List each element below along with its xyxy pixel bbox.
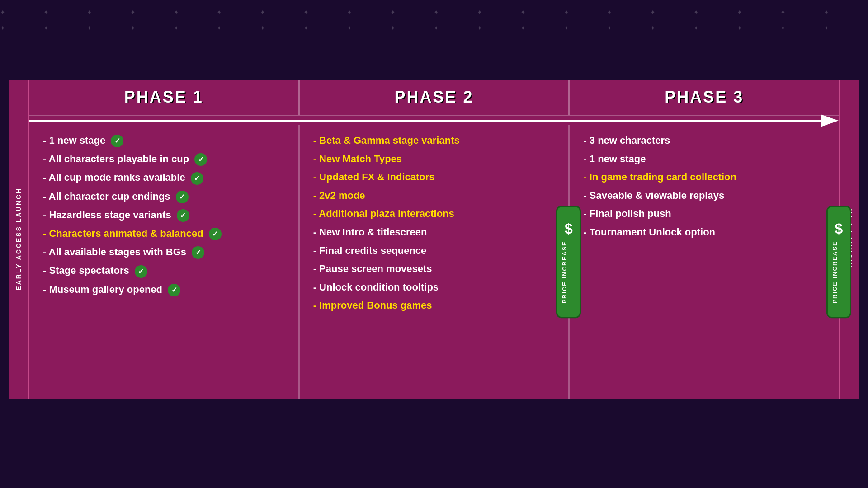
phase2-header: PHASE 2 <box>300 80 570 115</box>
phase1-header: PHASE 1 <box>29 80 300 115</box>
phase2-item-2: - New Match Types <box>313 153 555 166</box>
phase3-col: - 3 new characters - 1 new stage - In ga… <box>570 125 839 399</box>
phase3-item-4: - Saveable & viewable replays <box>583 189 825 202</box>
phase2-item-9: - Unlock condition tooltips <box>313 281 555 294</box>
check-icon: ✓ <box>194 153 207 166</box>
check-icon: ✓ <box>135 265 147 278</box>
phase3-item-6: - Tournament Unlock option <box>583 226 825 239</box>
phase1-item-6: - Characters animated & balanced ✓ <box>43 227 285 240</box>
price-text-2: Price Increase <box>831 241 838 304</box>
phase2-item-1: - Beta & Gamma stage variants <box>313 134 555 147</box>
phase1-item-2: - All characters playable in cup ✓ <box>43 153 285 166</box>
check-icon: ✓ <box>168 284 180 296</box>
phase3-item-1: - 3 new characters <box>583 134 825 147</box>
check-icon: ✓ <box>111 135 123 147</box>
phase1-item-5: - Hazardless stage variants ✓ <box>43 209 285 222</box>
price-dollar-2: $ <box>831 221 846 237</box>
left-sidebar-text: EARLY ACCESS LAUNCH <box>15 188 22 291</box>
phase1-item-1: - 1 new stage ✓ <box>43 134 285 147</box>
phase1-item-7: - All available stages with BGs ✓ <box>43 246 285 259</box>
check-icon: ✓ <box>176 191 189 203</box>
phase2-item-6: - New Intro & titlescreen <box>313 226 555 239</box>
arrow-line <box>29 120 821 122</box>
phase3-item-5: - Final polish push <box>583 207 825 221</box>
price-dollar-1: $ <box>561 221 576 237</box>
check-icon: ✓ <box>209 228 222 240</box>
phase1-col: - 1 new stage ✓ - All characters playabl… <box>29 125 300 399</box>
phase1-item-8: - Stage spectators ✓ <box>43 264 285 277</box>
price-increase-1: $ Price Increase <box>556 206 581 319</box>
phase1-item-9: - Museum gallery opened ✓ <box>43 283 285 296</box>
phase2-col: - Beta & Gamma stage variants - New Matc… <box>300 125 570 399</box>
price-increase-2: $ Price Increase <box>826 206 851 319</box>
phase2-item-4: - 2v2 mode <box>313 189 555 202</box>
phase2-item-7: - Final credits sequence <box>313 244 555 258</box>
phase2-item-10: - Improved Bonus games <box>313 299 555 312</box>
phase1-item-3: - All cup mode ranks available ✓ <box>43 171 285 184</box>
price-text-1: Price Increase <box>561 241 568 304</box>
phase-headers: PHASE 1 PHASE 2 PHASE 3 <box>29 80 839 116</box>
phase2-item-8: - Pause screen movesets <box>313 263 555 276</box>
check-icon: ✓ <box>192 246 204 259</box>
phase1-label: PHASE 1 <box>124 88 203 106</box>
phase3-header: PHASE 3 <box>570 80 839 115</box>
phase3-label: PHASE 3 <box>665 88 744 106</box>
phase2-item-3: - Updated FX & Indicators <box>313 171 555 184</box>
check-icon: ✓ <box>177 209 189 222</box>
check-icon: ✓ <box>191 172 203 185</box>
phases-wrapper: EARLY ACCESS LAUNCH PHASE 1 PHASE 2 PHAS… <box>9 80 859 399</box>
main-container: ✦ ZONERS EARLY ACCESS ROAD MAP 3 PHASE P… <box>0 0 868 488</box>
phase2-item-5: - Additional plaza interactions <box>313 207 555 221</box>
phase1-item-4: - All character cup endings ✓ <box>43 190 285 203</box>
phase3-item-2: - 1 new stage <box>583 153 825 166</box>
phase2-label: PHASE 2 <box>394 88 473 106</box>
left-sidebar: EARLY ACCESS LAUNCH <box>9 80 29 399</box>
phase-columns: - 1 new stage ✓ - All characters playabl… <box>29 125 839 399</box>
phases-content: PHASE 1 PHASE 2 PHASE 3 - 1 new stage ✓ <box>29 80 839 399</box>
timeline-arrow <box>29 116 839 125</box>
phase3-item-3: - In game trading card collection <box>583 171 825 184</box>
